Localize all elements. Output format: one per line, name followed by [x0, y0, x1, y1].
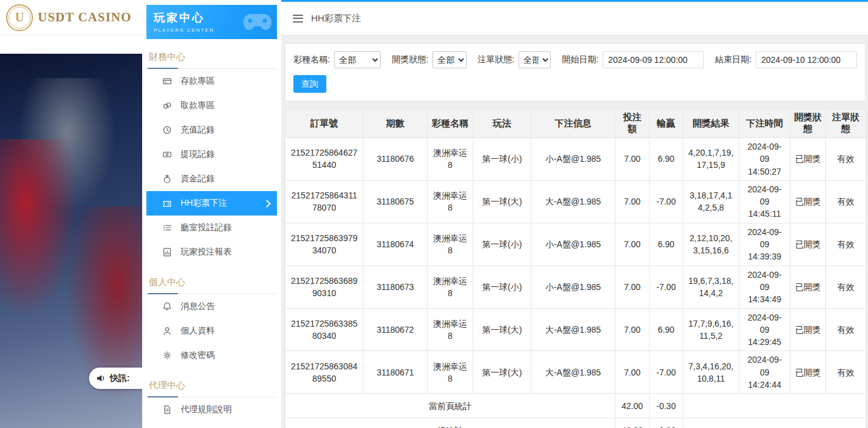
chevron-right-icon: [263, 200, 271, 208]
cell-period: 31180673: [364, 266, 428, 308]
column-header-bet-info: 下注信息: [531, 109, 615, 138]
table-header-row: 訂單號期數彩種名稱玩法下注信息投注額輸贏開獎結果下注時間開獎狀態注單狀態: [285, 109, 866, 138]
cell-order-no: 2152172586462751440: [285, 138, 364, 181]
bell-icon: [162, 302, 172, 311]
deposit-icon: [162, 76, 172, 86]
casino-logo-icon[interactable]: U: [6, 4, 33, 31]
news-ticker[interactable]: 快訊:: [89, 368, 142, 389]
cell-bet-info: 大-A盤@1.985: [531, 308, 615, 351]
cell-lottery-name: 澳洲幸运8: [428, 180, 473, 223]
cell-play-type: 第一球(大): [473, 180, 531, 223]
end-date-label: 結束日期:: [715, 54, 751, 65]
cell-play-type: 第一球(大): [473, 308, 531, 351]
bet-status-select-label: 注單狀態:: [478, 54, 514, 65]
sidebar-item-withdraw-record[interactable]: 提現記錄: [146, 142, 277, 167]
cell-draw-status: 已開獎: [791, 351, 826, 394]
sidebar-item-recharge-record[interactable]: 充值記錄: [146, 118, 277, 142]
column-header-lottery-name: 彩種名稱: [428, 109, 473, 138]
cell-bet-amount: 7.00: [615, 223, 650, 266]
cell-bet-time: 2024-09-09 14:39:39: [739, 223, 791, 266]
cell-draw-result: 2,12,10,20,3,15,16,6: [683, 223, 739, 266]
cell-draw-status: 已開獎: [791, 180, 826, 223]
sidebar-item-label: 取款專區: [181, 100, 215, 111]
draw-status-select-label: 開獎狀態:: [392, 54, 428, 65]
cell-order-no: 2152172586338580340: [285, 308, 364, 351]
cell-bet-info: 小-A盤@1.985: [531, 223, 615, 266]
sidebar-item-bell[interactable]: 消息公告: [146, 294, 277, 319]
column-header-draw-status: 開獎狀態: [791, 109, 826, 138]
funds-record-icon: [162, 174, 172, 184]
lottery-select[interactable]: 全部: [334, 51, 381, 68]
sidebar-item-label: 存款專區: [181, 76, 215, 87]
cell-period: 31180671: [364, 351, 428, 394]
cell-win-loss: 6.90: [650, 223, 683, 266]
sidebar-item-lottery[interactable]: HH彩票下注: [146, 191, 277, 216]
cell-bet-time: 2024-09-09 14:24:44: [739, 351, 791, 394]
sidebar-item-report[interactable]: 玩家投注報表: [146, 240, 277, 264]
sidebar-item-label: 資金記錄: [181, 173, 215, 184]
cell-draw-status: 已開獎: [791, 266, 826, 308]
cell-draw-result: 4,20,1,7,19,17,15,9: [683, 138, 739, 181]
cell-lottery-name: 澳洲幸运8: [428, 351, 473, 394]
user-icon: [162, 326, 172, 336]
cell-bet-amount: 7.00: [615, 308, 650, 351]
cell-order-no: 2152172586431178070: [285, 180, 364, 223]
column-header-order-no: 訂單號: [285, 109, 364, 138]
sidebar-item-room-record[interactable]: 廳室投註記錄: [146, 216, 277, 240]
draw-status-select[interactable]: 全部: [432, 51, 467, 68]
section-title: 個人中心: [146, 269, 277, 294]
sidebar-item-document[interactable]: 代理規則說明: [146, 397, 277, 422]
cell-draw-status: 已開獎: [791, 308, 826, 351]
cell-draw-status: 已開獎: [791, 223, 826, 266]
summary-empty-cell: [683, 394, 866, 418]
bets-table: 訂單號期數彩種名稱玩法下注信息投注額輸贏開獎結果下注時間開獎狀態注單狀態 215…: [285, 109, 866, 428]
sidebar-item-withdraw[interactable]: 取款專區: [146, 93, 277, 118]
sidebar-item-label: 充值記錄: [181, 125, 215, 136]
casino-header: U USDT CASINO: [0, 0, 142, 35]
column-header-bet-time: 下注時間: [739, 109, 791, 138]
search-button[interactable]: 查詢: [293, 75, 326, 93]
sidebar-sections: 財務中心存款專區取款專區充值記錄提現記錄資金記錄HH彩票下注廳室投註記錄玩家投注…: [146, 44, 277, 422]
section-title: 財務中心: [146, 44, 277, 69]
cell-bet-amount: 7.00: [615, 351, 650, 394]
cell-order-no: 2152172586397934070: [285, 223, 364, 266]
gamepad-icon: [243, 12, 272, 32]
casino-subheader: [0, 35, 142, 54]
sidebar-item-gear[interactable]: 修改密碼: [146, 343, 277, 368]
sidebar-item-user[interactable]: 個人資料: [146, 319, 277, 343]
summary-row: 總統計42.00-0.30: [285, 418, 866, 428]
summary-label: 總統計: [285, 418, 615, 428]
cell-bet-status: 有效: [826, 223, 866, 266]
section-title: 代理中心: [146, 372, 277, 397]
cell-play-type: 第一球(小): [473, 138, 531, 181]
cell-order-no: 2152172586368990310: [285, 266, 364, 308]
sidebar-item-label: 消息公告: [181, 301, 215, 312]
lottery-select-label: 彩種名稱:: [293, 54, 330, 65]
withdraw-record-icon: [162, 150, 172, 159]
filter-row: 彩種名稱: 全部 開獎狀態: 全部 注單狀態: 全部 開始日期: 結束日期:: [293, 51, 857, 68]
cell-order-no: 2152172586308489550: [285, 351, 364, 394]
cell-period: 31180676: [364, 138, 428, 181]
cell-lottery-name: 澳洲幸运8: [428, 223, 473, 266]
table-row: 215217258636899031031180673澳洲幸运8第一球(小)小-…: [285, 266, 866, 308]
sidebar-item-deposit[interactable]: 存款專區: [146, 69, 277, 93]
cell-draw-status: 已開獎: [791, 138, 826, 181]
bets-table-container: 訂單號期數彩種名稱玩法下注信息投注額輸贏開獎結果下注時間開獎狀態注單狀態 215…: [285, 109, 866, 428]
cell-bet-status: 有效: [826, 138, 866, 181]
cell-period: 31180675: [364, 180, 428, 223]
end-date-input[interactable]: [756, 51, 857, 68]
cell-lottery-name: 澳洲幸运8: [428, 266, 473, 308]
sidebar-item-funds-record[interactable]: 資金記錄: [146, 167, 277, 191]
summary-bet-amount: 42.00: [615, 418, 650, 428]
sidebar-item-label: HH彩票下注: [181, 198, 227, 209]
cell-bet-time: 2024-09-09 14:45:11: [739, 180, 791, 223]
sidebar: 玩家中心 PLAYERS CENTER 財務中心存款專區取款專區充值記錄提現記錄…: [142, 0, 281, 428]
start-date-input[interactable]: [603, 51, 704, 68]
column-header-win-loss: 輸贏: [650, 109, 683, 138]
cell-bet-status: 有效: [826, 266, 866, 308]
menu-icon[interactable]: [293, 15, 303, 23]
summary-bet-amount: 42.00: [615, 394, 650, 418]
cell-bet-info: 小-A盤@1.985: [531, 266, 615, 308]
cell-bet-amount: 7.00: [615, 180, 650, 223]
bet-status-select[interactable]: 全部: [518, 51, 551, 68]
